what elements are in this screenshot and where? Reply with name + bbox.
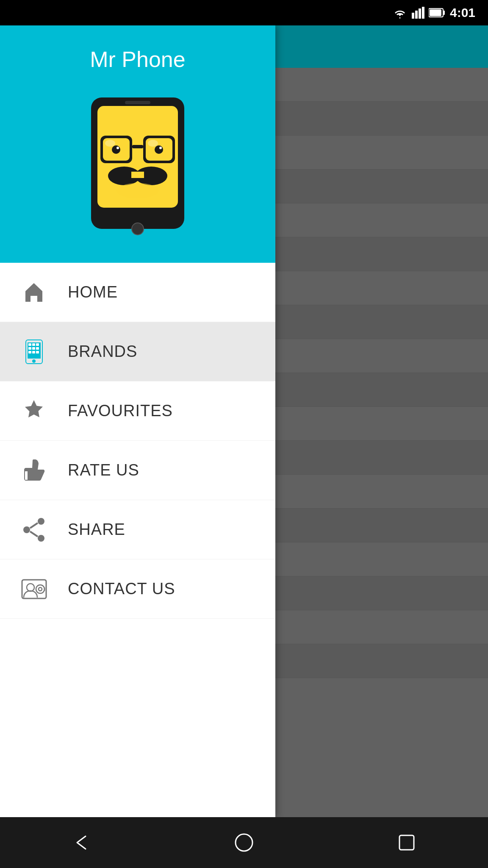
sidebar-item-home[interactable]: HOME [0,263,275,322]
sidebar-item-brands[interactable]: BRANDS [0,322,275,381]
recents-button[interactable] [390,826,424,860]
svg-rect-2 [419,8,421,19]
svg-rect-36 [28,351,31,353]
content-row [275,271,488,305]
content-row [275,339,488,373]
thumbsup-icon [17,453,51,487]
status-bar: 4:01 [0,0,488,25]
brands-phone-icon [17,335,51,369]
content-row [275,237,488,271]
svg-point-25 [116,183,159,198]
svg-rect-31 [32,343,35,346]
signal-icon [412,7,424,19]
svg-rect-49 [399,835,414,850]
svg-rect-32 [36,343,39,346]
svg-rect-34 [32,347,35,350]
content-row [275,576,488,610]
drawer-header: Mr Phone [0,25,275,263]
svg-point-39 [38,518,44,525]
svg-rect-33 [28,347,31,350]
content-row [275,475,488,509]
menu-list: HOME [0,263,275,817]
status-time: 4:01 [450,6,475,20]
svg-rect-3 [422,7,424,19]
navigation-drawer: Mr Phone [0,25,275,817]
svg-point-41 [38,535,44,542]
status-icons: 4:01 [392,6,475,20]
svg-point-18 [112,145,120,154]
rate-us-label: RATE US [68,461,139,479]
content-row [275,407,488,441]
content-row [275,305,488,339]
svg-line-43 [30,531,38,537]
star-icon [17,394,51,428]
sidebar-item-contact-us[interactable]: CONTACT US [0,559,275,619]
svg-point-19 [116,147,119,149]
content-toolbar [275,25,488,68]
mr-phone-mascot [78,89,197,237]
home-label: HOME [68,283,118,301]
svg-rect-1 [415,11,418,19]
content-row [275,610,488,644]
content-area [275,25,488,817]
wifi-icon [392,7,408,19]
svg-point-29 [32,359,36,363]
content-row [275,102,488,136]
svg-rect-35 [36,347,39,350]
svg-point-48 [236,834,252,851]
brands-label: BRANDS [68,342,137,361]
battery-icon [429,8,446,18]
content-row [275,203,488,237]
content-rows [275,68,488,817]
drawer-title: Mr Phone [90,47,185,72]
navigation-bar [0,817,488,868]
svg-rect-30 [28,343,31,346]
home-icon [17,275,51,309]
svg-point-45 [27,584,34,591]
content-row [275,136,488,170]
content-row [275,68,488,102]
sidebar-item-share[interactable]: SHARE [0,500,275,559]
contact-us-label: CONTACT US [68,580,175,598]
svg-rect-37 [32,351,35,353]
content-row [275,644,488,678]
back-button[interactable] [64,826,98,860]
share-icon [17,513,51,547]
svg-rect-0 [412,13,414,19]
sidebar-item-favourites[interactable]: FAVOURITES [0,381,275,441]
main-content: Mr Phone [0,25,488,817]
svg-point-26 [132,223,144,235]
svg-rect-38 [36,351,39,353]
svg-point-15 [105,140,115,147]
svg-rect-9 [125,101,150,104]
content-row [275,509,488,542]
content-row [275,542,488,576]
content-row [275,170,488,203]
svg-point-47 [39,587,42,591]
svg-rect-6 [430,9,441,16]
svg-point-46 [36,585,44,593]
mascot-image [74,85,201,242]
content-row [275,441,488,475]
content-row [275,373,488,407]
svg-rect-5 [443,11,445,15]
sidebar-item-rate-us[interactable]: RATE US [0,441,275,500]
svg-point-40 [23,526,30,533]
svg-point-20 [155,145,163,154]
share-label: SHARE [68,520,125,539]
home-button[interactable] [227,826,261,860]
svg-point-21 [159,147,162,149]
favourites-label: FAVOURITES [68,402,173,420]
contact-icon [17,572,51,606]
svg-rect-13 [132,145,143,148]
svg-point-17 [148,140,158,147]
svg-line-42 [30,523,38,528]
